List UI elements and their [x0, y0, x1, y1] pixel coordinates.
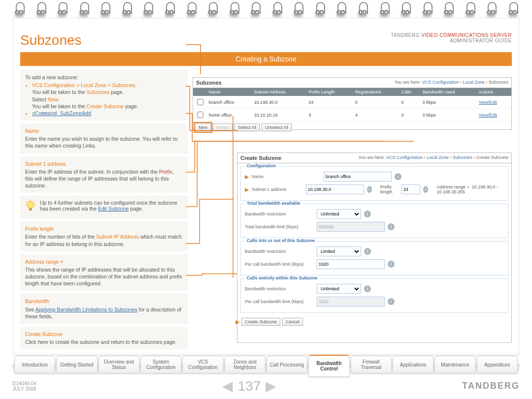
bw-restrict-select[interactable]: Unlimited [317, 284, 361, 294]
arrow-icon: ▶ [235, 319, 239, 325]
tab-introduction[interactable]: Introduction [14, 356, 55, 373]
table-row: branch office 10.198.30.0 24 0 0 0 kbps … [193, 96, 511, 109]
section-bandwidth: Bandwidth See Applying Bandwidth Limitat… [20, 294, 188, 324]
info-icon[interactable]: i [388, 261, 395, 268]
cancel-button[interactable]: Cancel [282, 318, 303, 326]
spiral-binding [15, 5, 517, 20]
intro-block: To add a new subzone: VCS Configuration … [20, 70, 188, 121]
bw-limit-input[interactable] [317, 259, 385, 269]
total-bw-fieldset: Total bandwidth available Bandwidth rest… [240, 204, 508, 238]
info-icon[interactable]: i [367, 186, 372, 193]
info-icon[interactable]: i [388, 298, 395, 305]
info-icon[interactable]: i [364, 211, 371, 217]
page-title: Subzones [20, 32, 82, 48]
unselect-all-button[interactable]: Unselect All [262, 123, 292, 131]
xcommand-link[interactable]: xCommand SubZoneAdd [32, 110, 91, 116]
calls-within-fieldset: Calls entirely within this Subzone Bandw… [240, 278, 508, 313]
tab-applications[interactable]: Applications [393, 356, 433, 373]
svg-line-4 [34, 201, 35, 202]
tab-overview-and-status[interactable]: Overview and Status [99, 356, 139, 373]
view-edit-link[interactable]: View/Edit [479, 113, 497, 118]
bandwidth-link[interactable]: Applying Bandwidth Limitations to Subzon… [35, 307, 137, 312]
tab-maintenance[interactable]: Maintenance [434, 356, 475, 373]
info-icon[interactable]: i [364, 285, 371, 292]
view-edit-link[interactable]: View/Edit [479, 100, 497, 105]
svg-rect-1 [29, 208, 32, 211]
config-fieldset: Configuration ▶ Name i ▶ Subnet 1 addres… [240, 166, 508, 201]
section-create: Create Subzone Click here to create the … [20, 327, 188, 349]
select-all-button[interactable]: Select All [234, 123, 260, 131]
tab-call-processing[interactable]: Call Processing [266, 356, 307, 373]
tab-zones-and-neighbors[interactable]: Zones and Neighbors [225, 356, 266, 373]
brand-logo: TANDBERG [462, 381, 520, 391]
subzones-list-panel: Subzones You are here: VCS Configuration… [193, 77, 512, 130]
delete-button[interactable]: Delete [213, 123, 233, 131]
create-subzone-panel: Create Subzone You are here: VCS Configu… [237, 153, 512, 343]
new-button[interactable]: New [195, 123, 211, 131]
edit-subzone-link[interactable]: Edit Subzone [98, 206, 129, 212]
tab-firewall-traversal[interactable]: Firewall Traversal [351, 356, 392, 373]
tab-appendices[interactable]: Appendices [477, 356, 518, 373]
subnet-input[interactable] [306, 184, 364, 194]
subzones-table: Name Subnet Address Prefix Length Regist… [193, 88, 511, 122]
row-checkbox[interactable] [197, 112, 203, 118]
pager: ◀ 137 ▶ [222, 378, 277, 394]
page-number: 137 [238, 378, 261, 394]
calls-io-fieldset: Calls into or out of this Subzone Bandwi… [240, 241, 508, 276]
info-icon[interactable]: i [388, 223, 395, 230]
svg-point-0 [27, 201, 34, 208]
next-page-icon[interactable]: ▶ [266, 378, 276, 394]
product-header: TANDBERG VIDEO COMMUNICATIONS SERVER ADM… [391, 32, 512, 43]
bw-restrict-select[interactable]: Limited [317, 246, 361, 256]
prefix-input[interactable] [401, 184, 420, 194]
section-banner: Creating a Subzone [20, 52, 512, 66]
tip-box: Up to 4 further subnets can be configure… [20, 196, 188, 218]
arrow-icon: ▶ [245, 186, 249, 193]
breadcrumb: You are here: VCS Configuration Local Zo… [395, 80, 508, 86]
breadcrumb: You are here: VCS Configuration Local Zo… [359, 155, 508, 161]
tab-vcs-configuration[interactable]: VCS Configuration [182, 356, 223, 373]
row-checkbox[interactable] [197, 99, 203, 105]
section-range: Address range = This shows the range of … [20, 254, 188, 291]
info-icon[interactable]: i [423, 186, 428, 193]
arrow-icon: ▶ [245, 174, 249, 180]
tab-getting-started[interactable]: Getting Started [56, 356, 97, 373]
name-input[interactable] [324, 172, 392, 182]
section-name: Name Enter the name you wish to assign t… [20, 123, 188, 153]
bw-limit-input [317, 297, 385, 307]
info-icon[interactable]: i [395, 173, 401, 180]
prev-page-icon[interactable]: ◀ [222, 378, 233, 394]
svg-line-3 [26, 201, 27, 202]
tab-bandwidth-control[interactable]: Bandwidth Control [308, 355, 349, 377]
doc-info: D14049.04 JULY 2008 [12, 381, 36, 392]
nav-path: VCS Configuration > Local Zone > Subzone… [32, 82, 135, 88]
create-subzone-button[interactable]: Create Subzone [241, 318, 280, 326]
section-prefix: Prefix length Enter the number of bits o… [20, 221, 188, 251]
bw-restrict-select[interactable]: Unlimited [317, 209, 361, 219]
bw-limit-input [317, 222, 385, 232]
lightbulb-icon [25, 200, 36, 215]
nav-tabs: IntroductionGetting StartedOverview and … [12, 355, 520, 373]
info-icon[interactable]: i [364, 248, 371, 255]
tab-system-configuration[interactable]: System Configuration [140, 356, 181, 373]
section-subnet: Subnet 1 address Enter the IP address of… [20, 156, 188, 193]
table-row: home office 10.10.10.10 3 4 0 0 kbps Vie… [193, 109, 511, 122]
